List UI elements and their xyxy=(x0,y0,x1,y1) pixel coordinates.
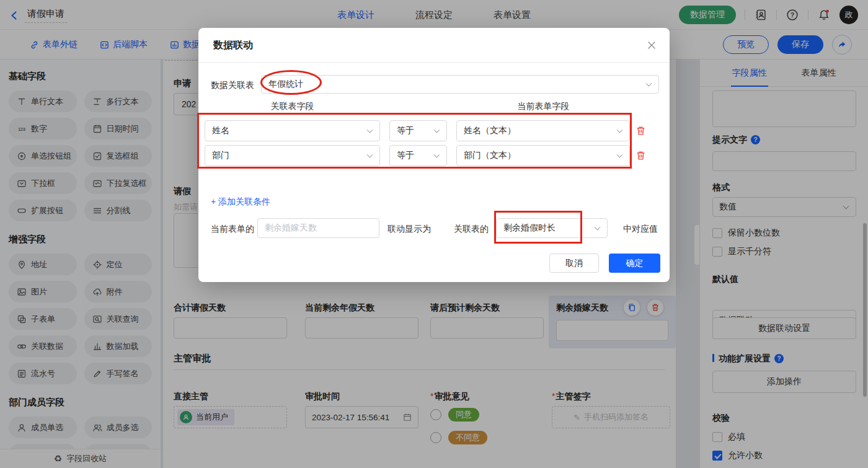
condition-operator-select[interactable]: 等于 xyxy=(389,145,447,166)
add-condition-link[interactable]: + 添加关联条件 xyxy=(211,196,270,208)
relation-table-select[interactable]: 年假统计 xyxy=(261,75,659,94)
delete-condition-icon[interactable] xyxy=(636,150,646,161)
condition-right-select[interactable]: 部门（文本） xyxy=(456,145,630,166)
related-field-select[interactable]: 剩余婚假时长 xyxy=(496,218,608,238)
modal-header-divider xyxy=(198,62,670,63)
related-table-label: 关联表的 xyxy=(454,224,489,235)
condition-operator-value: 等于 xyxy=(397,150,414,161)
display-as-label: 联动显示为 xyxy=(388,224,431,235)
condition-right-value: 姓名（文本） xyxy=(464,125,516,136)
chevron-down-icon xyxy=(367,127,373,133)
condition-operator-value: 等于 xyxy=(397,125,414,136)
related-field-value: 剩余婚假时长 xyxy=(503,223,556,234)
chevron-down-icon xyxy=(617,152,623,158)
close-icon[interactable] xyxy=(646,40,657,51)
column-header-current-fields: 当前表单字段 xyxy=(499,101,588,112)
condition-left-value: 姓名 xyxy=(212,125,229,136)
current-form-label: 当前表单的 xyxy=(211,224,254,235)
delete-condition-icon[interactable] xyxy=(636,125,646,136)
condition-right-select[interactable]: 姓名（文本） xyxy=(456,120,630,141)
condition-left-select[interactable]: 姓名 xyxy=(205,120,380,141)
relation-table-label: 数据关联表 xyxy=(211,80,254,91)
modal-title: 数据联动 xyxy=(213,39,253,52)
condition-left-select[interactable]: 部门 xyxy=(205,145,380,166)
condition-right-value: 部门（文本） xyxy=(464,150,516,161)
suffix-label: 中对应值 xyxy=(623,224,658,235)
confirm-button[interactable]: 确定 xyxy=(609,254,660,273)
chevron-down-icon xyxy=(646,81,652,87)
column-header-related-fields: 关联表字段 xyxy=(248,101,337,112)
chevron-down-icon xyxy=(595,224,601,231)
data-linkage-modal: 数据联动 数据关联表 年假统计 关联表字段 当前表单字段 姓名 等于 姓名（文本… xyxy=(198,28,670,282)
relation-table-value: 年假统计 xyxy=(268,79,303,90)
condition-left-value: 部门 xyxy=(212,150,229,161)
condition-operator-select[interactable]: 等于 xyxy=(389,120,447,141)
chevron-down-icon xyxy=(434,152,440,158)
cancel-button[interactable]: 取消 xyxy=(549,254,599,273)
chevron-down-icon xyxy=(367,152,373,158)
chevron-down-icon xyxy=(617,127,623,133)
current-field-input[interactable]: 剩余婚嫁天数 xyxy=(257,218,379,238)
chevron-down-icon xyxy=(434,127,440,133)
